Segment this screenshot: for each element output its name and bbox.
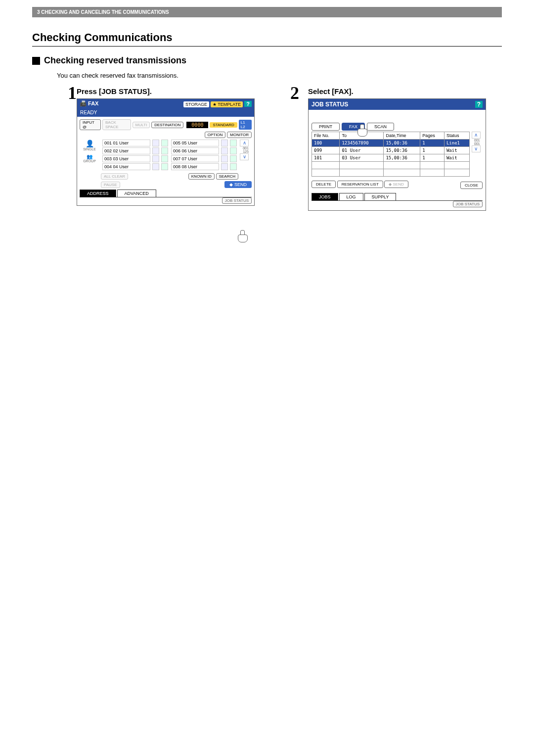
log-tab[interactable]: LOG <box>339 193 363 200</box>
phone-icon[interactable] <box>221 147 228 154</box>
standard-button[interactable]: STANDARD <box>210 122 237 128</box>
mail-icon[interactable] <box>161 140 168 146</box>
table-row[interactable]: 09901 User15,00:361Wait <box>312 147 470 154</box>
phone-icon[interactable] <box>221 163 228 170</box>
page-up-button[interactable]: ∧ <box>240 140 249 146</box>
advanced-tab[interactable]: ADVANCED <box>117 189 156 197</box>
group-icon[interactable]: 👥 <box>80 154 99 159</box>
mail-icon[interactable] <box>161 163 168 170</box>
address-row: 007 07 User <box>171 155 237 162</box>
monitor-button[interactable]: MONITOR <box>227 132 252 138</box>
page-current: 001 <box>240 146 252 150</box>
col-to: To <box>340 132 384 140</box>
phone-icon[interactable] <box>152 163 159 170</box>
delete-button[interactable]: DELETE <box>312 181 336 188</box>
counter-display: 0000 <box>186 122 208 128</box>
page-up-button[interactable]: ∧ <box>472 132 481 139</box>
table-row[interactable]: 10103 User15,00:361Wait <box>312 154 470 162</box>
col-datetime: Date,Time <box>384 132 420 140</box>
pause-button[interactable]: PAUSE <box>101 182 120 188</box>
address-row: 005 05 User <box>171 140 237 146</box>
mail-icon[interactable] <box>230 155 237 162</box>
reservation-list-button[interactable]: RESERVATION LIST <box>337 181 383 188</box>
help-button[interactable]: ? <box>475 101 483 108</box>
jobstatus-title: JOB STATUS <box>312 101 348 108</box>
line-indicator: L1 L2 <box>239 120 252 130</box>
mail-icon[interactable] <box>161 155 168 162</box>
send-button[interactable]: ◆ SEND <box>224 181 252 188</box>
input-button[interactable]: INPUT @ <box>80 119 101 130</box>
supply-tab[interactable]: SUPPLY <box>364 193 397 200</box>
backspace-button[interactable]: BACK SPACE <box>102 119 131 130</box>
mail-icon[interactable] <box>230 147 237 154</box>
send-button[interactable]: ◆ SEND <box>384 181 408 188</box>
title-rule <box>32 46 502 47</box>
address-tab[interactable]: ADDRESS <box>80 189 116 197</box>
table-row[interactable]: 100123456789015,00:361Line1 <box>312 140 470 147</box>
jobstatus-screenshot: JOB STATUS ? PRINT FAX SCAN File No. To … <box>308 98 486 211</box>
scan-tab[interactable]: SCAN <box>367 123 394 131</box>
page-down-button[interactable]: ∨ <box>472 145 481 152</box>
address-row: 003 03 User <box>102 155 168 162</box>
mail-icon[interactable] <box>161 147 168 154</box>
single-label: SINGLE <box>80 147 99 151</box>
fax-icon: 📠 <box>80 100 87 106</box>
destination-button[interactable]: DESTINATION <box>151 122 183 128</box>
pointer-hand-icon <box>238 230 248 242</box>
option-button[interactable]: OPTION <box>205 132 226 138</box>
address-row: 001 01 User <box>102 140 168 146</box>
step-1-number: 1 <box>68 84 77 315</box>
all-clear-button[interactable]: ALL CLEAR <box>101 173 128 180</box>
section-title: Checking reserved transmissions <box>32 55 502 66</box>
phone-icon[interactable] <box>221 140 228 146</box>
col-pages: Pages <box>420 132 445 140</box>
print-tab[interactable]: PRINT <box>312 123 340 131</box>
star-icon: ★ <box>213 102 217 107</box>
job-status-button[interactable]: JOB STATUS <box>222 197 252 204</box>
intro-text: You can check reserved fax transmissions… <box>57 72 502 79</box>
phone-icon[interactable] <box>221 155 228 162</box>
multi-button[interactable]: MULTI <box>133 122 150 128</box>
step-1-title: Press [JOB STATUS]. <box>77 87 255 95</box>
page-title: Checking Communications <box>32 31 502 44</box>
mail-icon[interactable] <box>230 140 237 146</box>
breadcrumb: 3 CHECKING AND CANCELING THE COMMUNICATI… <box>32 7 502 17</box>
address-row: 004 04 User <box>102 163 168 170</box>
phone-icon[interactable] <box>152 140 159 146</box>
step-2-number: 2 <box>290 84 308 310</box>
storage-button[interactable]: STORAGE <box>183 101 209 107</box>
section-title-text: Checking reserved transmissions <box>44 55 186 66</box>
col-fileno: File No. <box>312 132 340 140</box>
phone-icon[interactable] <box>152 155 159 162</box>
fax-title: FAX <box>88 100 98 106</box>
phone-icon[interactable] <box>152 147 159 154</box>
fax-screenshot: 📠 FAX STORAGE ★ TEMPLATE ? READY INPUT @… <box>77 98 255 206</box>
page-total: 001 <box>472 142 483 145</box>
jobs-tab[interactable]: JOBS <box>312 193 338 200</box>
search-button[interactable]: SEARCH <box>216 173 238 180</box>
known-id-button[interactable]: KNOWN ID <box>188 173 215 180</box>
help-button[interactable]: ? <box>244 101 252 107</box>
page-total: 125 <box>240 150 252 153</box>
template-button[interactable]: ★ TEMPLATE <box>211 101 243 107</box>
address-row: 006 06 User <box>171 147 237 154</box>
close-button[interactable]: CLOSE <box>460 182 483 189</box>
mail-icon[interactable] <box>230 163 237 170</box>
section-bullet-icon <box>32 57 40 65</box>
fax-tab[interactable]: FAX <box>342 123 365 131</box>
group-label: GROUP <box>80 159 99 163</box>
col-status: Status <box>444 132 469 140</box>
ready-status: READY <box>77 108 254 117</box>
address-row: 002 02 User <box>102 147 168 154</box>
job-table: File No. To Date,Time Pages Status 10012… <box>312 132 470 177</box>
step-2-title: Select [FAX]. <box>308 87 486 95</box>
page-current: 001 <box>472 139 483 142</box>
single-icon[interactable]: 👤 <box>80 140 99 147</box>
job-status-button[interactable]: JOB STATUS <box>453 201 483 207</box>
page-down-button[interactable]: ∨ <box>240 153 249 160</box>
address-row: 008 08 User <box>171 163 237 170</box>
